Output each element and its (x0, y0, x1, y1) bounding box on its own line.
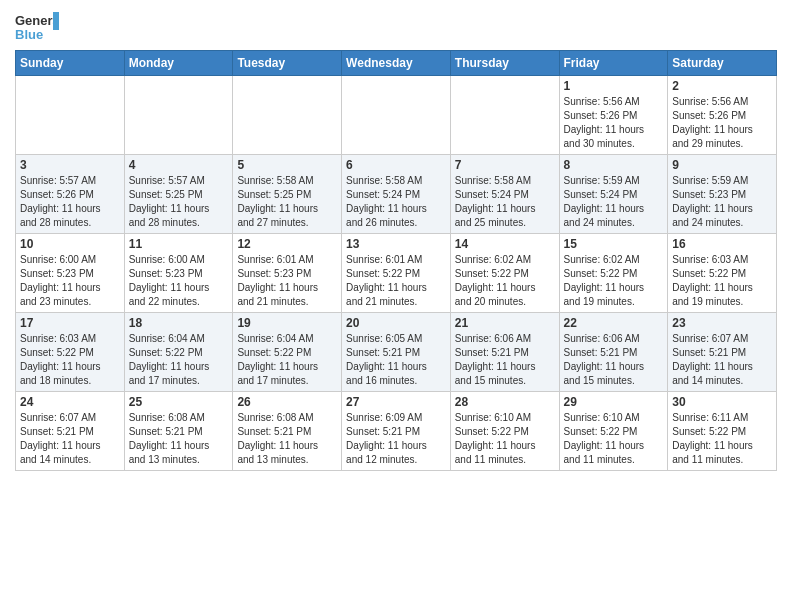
day-info: Sunrise: 5:56 AM Sunset: 5:26 PM Dayligh… (672, 95, 772, 151)
day-number: 8 (564, 158, 664, 172)
day-info: Sunrise: 6:02 AM Sunset: 5:22 PM Dayligh… (564, 253, 664, 309)
day-number: 30 (672, 395, 772, 409)
day-info: Sunrise: 5:59 AM Sunset: 5:23 PM Dayligh… (672, 174, 772, 230)
weekday-header-monday: Monday (124, 51, 233, 76)
day-info: Sunrise: 6:02 AM Sunset: 5:22 PM Dayligh… (455, 253, 555, 309)
day-info: Sunrise: 5:57 AM Sunset: 5:25 PM Dayligh… (129, 174, 229, 230)
day-info: Sunrise: 6:03 AM Sunset: 5:22 PM Dayligh… (672, 253, 772, 309)
calendar-cell: 23Sunrise: 6:07 AM Sunset: 5:21 PM Dayli… (668, 313, 777, 392)
calendar-cell: 24Sunrise: 6:07 AM Sunset: 5:21 PM Dayli… (16, 392, 125, 471)
calendar-week-1: 1Sunrise: 5:56 AM Sunset: 5:26 PM Daylig… (16, 76, 777, 155)
calendar-cell: 11Sunrise: 6:00 AM Sunset: 5:23 PM Dayli… (124, 234, 233, 313)
calendar-cell: 13Sunrise: 6:01 AM Sunset: 5:22 PM Dayli… (342, 234, 451, 313)
logo: General Blue (15, 10, 59, 46)
calendar-cell: 19Sunrise: 6:04 AM Sunset: 5:22 PM Dayli… (233, 313, 342, 392)
weekday-header-saturday: Saturday (668, 51, 777, 76)
calendar-cell: 29Sunrise: 6:10 AM Sunset: 5:22 PM Dayli… (559, 392, 668, 471)
day-number: 9 (672, 158, 772, 172)
day-number: 26 (237, 395, 337, 409)
calendar-cell: 25Sunrise: 6:08 AM Sunset: 5:21 PM Dayli… (124, 392, 233, 471)
calendar-cell: 7Sunrise: 5:58 AM Sunset: 5:24 PM Daylig… (450, 155, 559, 234)
calendar-cell: 28Sunrise: 6:10 AM Sunset: 5:22 PM Dayli… (450, 392, 559, 471)
calendar-cell: 6Sunrise: 5:58 AM Sunset: 5:24 PM Daylig… (342, 155, 451, 234)
calendar-cell: 20Sunrise: 6:05 AM Sunset: 5:21 PM Dayli… (342, 313, 451, 392)
day-info: Sunrise: 6:04 AM Sunset: 5:22 PM Dayligh… (237, 332, 337, 388)
calendar-cell: 21Sunrise: 6:06 AM Sunset: 5:21 PM Dayli… (450, 313, 559, 392)
calendar-cell: 5Sunrise: 5:58 AM Sunset: 5:25 PM Daylig… (233, 155, 342, 234)
day-info: Sunrise: 5:58 AM Sunset: 5:24 PM Dayligh… (346, 174, 446, 230)
day-info: Sunrise: 6:07 AM Sunset: 5:21 PM Dayligh… (20, 411, 120, 467)
day-info: Sunrise: 6:04 AM Sunset: 5:22 PM Dayligh… (129, 332, 229, 388)
day-number: 1 (564, 79, 664, 93)
day-info: Sunrise: 6:07 AM Sunset: 5:21 PM Dayligh… (672, 332, 772, 388)
calendar-cell: 17Sunrise: 6:03 AM Sunset: 5:22 PM Dayli… (16, 313, 125, 392)
calendar-week-4: 17Sunrise: 6:03 AM Sunset: 5:22 PM Dayli… (16, 313, 777, 392)
day-info: Sunrise: 6:08 AM Sunset: 5:21 PM Dayligh… (129, 411, 229, 467)
day-number: 3 (20, 158, 120, 172)
calendar-week-2: 3Sunrise: 5:57 AM Sunset: 5:26 PM Daylig… (16, 155, 777, 234)
calendar-cell: 15Sunrise: 6:02 AM Sunset: 5:22 PM Dayli… (559, 234, 668, 313)
day-number: 21 (455, 316, 555, 330)
day-info: Sunrise: 5:57 AM Sunset: 5:26 PM Dayligh… (20, 174, 120, 230)
calendar-week-3: 10Sunrise: 6:00 AM Sunset: 5:23 PM Dayli… (16, 234, 777, 313)
calendar-cell: 4Sunrise: 5:57 AM Sunset: 5:25 PM Daylig… (124, 155, 233, 234)
day-info: Sunrise: 6:11 AM Sunset: 5:22 PM Dayligh… (672, 411, 772, 467)
day-info: Sunrise: 5:58 AM Sunset: 5:25 PM Dayligh… (237, 174, 337, 230)
day-number: 18 (129, 316, 229, 330)
calendar-cell: 1Sunrise: 5:56 AM Sunset: 5:26 PM Daylig… (559, 76, 668, 155)
day-number: 14 (455, 237, 555, 251)
header: General Blue (15, 10, 777, 46)
day-number: 4 (129, 158, 229, 172)
day-number: 12 (237, 237, 337, 251)
page: General Blue SundayMondayTuesdayWednesda… (0, 0, 792, 481)
calendar-week-5: 24Sunrise: 6:07 AM Sunset: 5:21 PM Dayli… (16, 392, 777, 471)
day-number: 19 (237, 316, 337, 330)
calendar-cell: 22Sunrise: 6:06 AM Sunset: 5:21 PM Dayli… (559, 313, 668, 392)
calendar: SundayMondayTuesdayWednesdayThursdayFrid… (15, 50, 777, 471)
day-number: 27 (346, 395, 446, 409)
weekday-header-sunday: Sunday (16, 51, 125, 76)
svg-text:Blue: Blue (15, 27, 43, 42)
logo-svg: General Blue (15, 10, 59, 46)
day-number: 2 (672, 79, 772, 93)
svg-marker-2 (53, 12, 59, 30)
calendar-cell: 3Sunrise: 5:57 AM Sunset: 5:26 PM Daylig… (16, 155, 125, 234)
day-info: Sunrise: 6:10 AM Sunset: 5:22 PM Dayligh… (455, 411, 555, 467)
calendar-cell: 18Sunrise: 6:04 AM Sunset: 5:22 PM Dayli… (124, 313, 233, 392)
day-info: Sunrise: 6:03 AM Sunset: 5:22 PM Dayligh… (20, 332, 120, 388)
day-info: Sunrise: 6:00 AM Sunset: 5:23 PM Dayligh… (20, 253, 120, 309)
day-info: Sunrise: 6:00 AM Sunset: 5:23 PM Dayligh… (129, 253, 229, 309)
calendar-cell: 26Sunrise: 6:08 AM Sunset: 5:21 PM Dayli… (233, 392, 342, 471)
day-info: Sunrise: 6:01 AM Sunset: 5:23 PM Dayligh… (237, 253, 337, 309)
calendar-cell: 16Sunrise: 6:03 AM Sunset: 5:22 PM Dayli… (668, 234, 777, 313)
calendar-cell: 12Sunrise: 6:01 AM Sunset: 5:23 PM Dayli… (233, 234, 342, 313)
day-number: 13 (346, 237, 446, 251)
day-number: 20 (346, 316, 446, 330)
day-number: 5 (237, 158, 337, 172)
day-info: Sunrise: 6:05 AM Sunset: 5:21 PM Dayligh… (346, 332, 446, 388)
calendar-cell (342, 76, 451, 155)
day-number: 28 (455, 395, 555, 409)
weekday-header-wednesday: Wednesday (342, 51, 451, 76)
day-info: Sunrise: 5:58 AM Sunset: 5:24 PM Dayligh… (455, 174, 555, 230)
weekday-header-tuesday: Tuesday (233, 51, 342, 76)
day-info: Sunrise: 5:56 AM Sunset: 5:26 PM Dayligh… (564, 95, 664, 151)
weekday-header-thursday: Thursday (450, 51, 559, 76)
day-number: 10 (20, 237, 120, 251)
calendar-cell (124, 76, 233, 155)
calendar-cell: 27Sunrise: 6:09 AM Sunset: 5:21 PM Dayli… (342, 392, 451, 471)
calendar-cell (233, 76, 342, 155)
calendar-header-row: SundayMondayTuesdayWednesdayThursdayFrid… (16, 51, 777, 76)
day-info: Sunrise: 6:10 AM Sunset: 5:22 PM Dayligh… (564, 411, 664, 467)
day-info: Sunrise: 6:08 AM Sunset: 5:21 PM Dayligh… (237, 411, 337, 467)
day-number: 11 (129, 237, 229, 251)
calendar-cell (16, 76, 125, 155)
calendar-cell: 9Sunrise: 5:59 AM Sunset: 5:23 PM Daylig… (668, 155, 777, 234)
day-number: 16 (672, 237, 772, 251)
day-info: Sunrise: 6:01 AM Sunset: 5:22 PM Dayligh… (346, 253, 446, 309)
day-info: Sunrise: 6:06 AM Sunset: 5:21 PM Dayligh… (455, 332, 555, 388)
day-number: 23 (672, 316, 772, 330)
calendar-cell: 2Sunrise: 5:56 AM Sunset: 5:26 PM Daylig… (668, 76, 777, 155)
day-number: 7 (455, 158, 555, 172)
day-number: 15 (564, 237, 664, 251)
